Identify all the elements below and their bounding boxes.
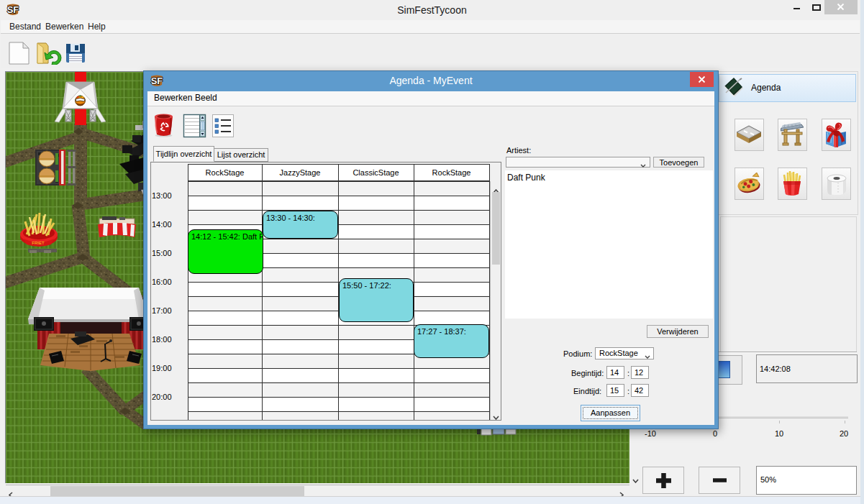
svg-text:FRIET: FRIET xyxy=(32,241,45,245)
svg-text:SF: SF xyxy=(7,4,19,15)
svg-text:SF: SF xyxy=(151,75,163,86)
